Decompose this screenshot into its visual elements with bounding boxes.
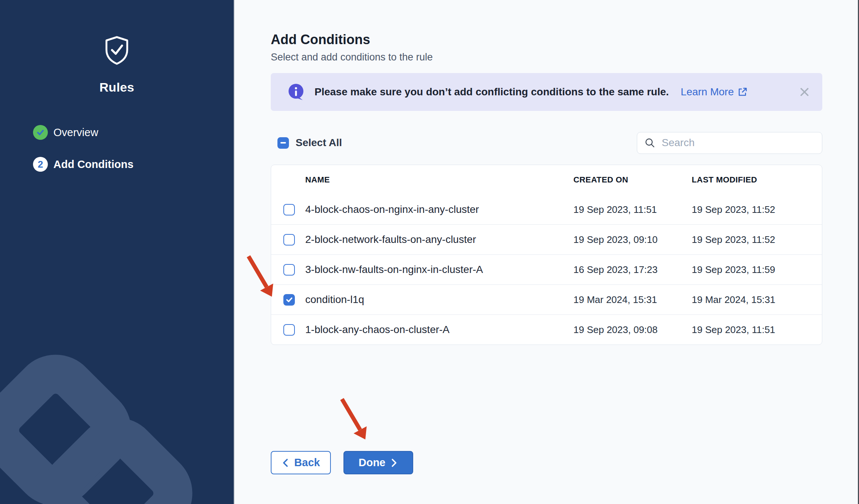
page-subtitle: Select and add conditions to the rule — [271, 52, 822, 63]
table-header-row: NAME CREATED ON LAST MODIFIED — [271, 165, 822, 195]
brand-watermark — [0, 300, 234, 504]
table-body: 4-block-chaos-on-nginx-in-any-cluster 19… — [271, 195, 822, 345]
learn-more-link[interactable]: Learn More — [681, 86, 747, 98]
search-input[interactable] — [661, 136, 814, 149]
created-on-value: 19 Sep 2023, 09:10 — [573, 234, 692, 246]
search-icon — [645, 138, 655, 148]
last-modified-value: 19 Sep 2023, 11:52 — [692, 234, 822, 246]
table-row[interactable]: 3-block-nw-faults-on-nginx-in-cluster-A … — [271, 254, 822, 284]
shield-check-icon — [104, 36, 129, 65]
column-header-name: NAME — [305, 175, 573, 185]
back-button-label: Back — [294, 457, 320, 469]
external-link-icon — [738, 87, 747, 97]
row-checkbox[interactable] — [283, 264, 295, 276]
step-add-conditions[interactable]: 2 Add Conditions — [33, 157, 234, 172]
condition-name: 3-block-nw-faults-on-nginx-in-cluster-A — [305, 264, 573, 276]
select-all-label: Select All — [296, 137, 342, 149]
created-on-value: 19 Sep 2023, 11:51 — [573, 204, 692, 215]
info-icon — [288, 83, 305, 101]
select-all-control[interactable]: Select All — [277, 137, 342, 149]
last-modified-value: 19 Sep 2023, 11:59 — [692, 264, 822, 276]
done-button[interactable]: Done — [343, 451, 413, 474]
wizard-title: Rules — [0, 80, 234, 95]
back-button[interactable]: Back — [271, 451, 331, 474]
conditions-table: NAME CREATED ON LAST MODIFIED 4-block-ch… — [271, 165, 822, 345]
check-icon — [285, 296, 293, 304]
wizard-steps: Overview 2 Add Conditions — [33, 125, 234, 172]
last-modified-value: 19 Sep 2023, 11:51 — [692, 324, 822, 336]
main-panel: Add Conditions Select and add conditions… — [234, 0, 858, 504]
created-on-value: 19 Mar 2024, 15:31 — [573, 294, 692, 306]
page-title: Add Conditions — [271, 31, 822, 48]
row-checkbox[interactable] — [283, 204, 295, 215]
step-overview-label: Overview — [53, 126, 98, 139]
select-all-checkbox[interactable] — [277, 137, 289, 149]
close-icon — [800, 87, 809, 97]
chevron-left-icon — [282, 458, 289, 468]
step-overview[interactable]: Overview — [33, 125, 234, 140]
last-modified-value: 19 Mar 2024, 15:31 — [692, 294, 822, 306]
last-modified-value: 19 Sep 2023, 11:52 — [692, 204, 822, 215]
learn-more-label: Learn More — [681, 86, 734, 98]
table-row[interactable]: 1-block-any-chaos-on-cluster-A 19 Sep 20… — [271, 314, 822, 345]
chevron-right-icon — [391, 458, 398, 468]
row-checkbox[interactable] — [283, 324, 295, 336]
created-on-value: 19 Sep 2023, 09:08 — [573, 324, 692, 336]
condition-name: 4-block-chaos-on-nginx-in-any-cluster — [305, 204, 573, 215]
table-row[interactable]: 4-block-chaos-on-nginx-in-any-cluster 19… — [271, 195, 822, 224]
info-banner: Please make sure you don’t add conflicti… — [271, 73, 822, 111]
banner-message: Please make sure you don’t add conflicti… — [315, 86, 669, 98]
done-button-label: Done — [359, 457, 386, 469]
condition-name: 1-block-any-chaos-on-cluster-A — [305, 324, 573, 336]
table-controls: Select All — [271, 132, 822, 154]
row-checkbox[interactable] — [283, 234, 295, 246]
column-header-last-modified: LAST MODIFIED — [692, 175, 822, 185]
banner-close-button[interactable] — [798, 85, 811, 99]
condition-name: condition-l1q — [305, 294, 573, 306]
wizard-sidebar: Rules Overview 2 Add Conditions — [0, 0, 234, 504]
condition-name: 2-block-network-faults-on-any-cluster — [305, 234, 573, 246]
step-number-badge: 2 — [33, 157, 48, 172]
screen: Rules Overview 2 Add Conditions Add Co — [0, 0, 859, 504]
created-on-value: 16 Sep 2023, 17:23 — [573, 264, 692, 276]
check-icon — [36, 128, 45, 137]
table-row[interactable]: condition-l1q 19 Mar 2024, 15:31 19 Mar … — [271, 284, 822, 314]
row-checkbox[interactable] — [283, 294, 295, 306]
wizard-footer: Back Done — [271, 451, 413, 474]
table-row[interactable]: 2-block-network-faults-on-any-cluster 19… — [271, 224, 822, 254]
step-completed-icon — [33, 125, 48, 140]
step-add-conditions-label: Add Conditions — [53, 158, 134, 171]
column-header-created-on: CREATED ON — [573, 175, 692, 185]
search-box — [637, 132, 822, 154]
